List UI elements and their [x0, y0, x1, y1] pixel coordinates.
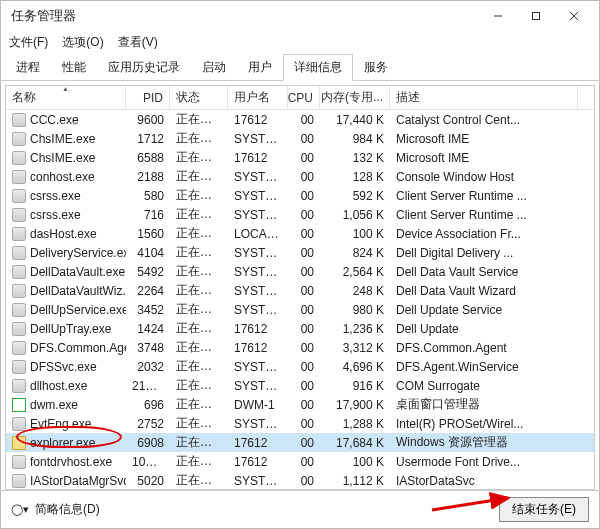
cell-desc: Catalyst Control Cent...: [390, 113, 594, 127]
cell-desc: Dell Digital Delivery ...: [390, 246, 594, 260]
tab-users[interactable]: 用户: [237, 54, 283, 81]
cell-name: dwm.exe: [6, 398, 126, 412]
table-body[interactable]: CCC.exe9600正在运行176120017,440 KCatalyst C…: [6, 110, 594, 489]
cell-desc: Dell Data Vault Service: [390, 265, 594, 279]
table-row[interactable]: dwm.exe696正在运行DWM-10017,900 K桌面窗口管理器: [6, 395, 594, 414]
tab-processes[interactable]: 进程: [5, 54, 51, 81]
cell-desc: COM Surrogate: [390, 379, 594, 393]
cell-name: explorer.exe: [6, 436, 126, 450]
table-row[interactable]: dasHost.exe1560正在运行LOCAL SE...00100 KDev…: [6, 224, 594, 243]
table-row[interactable]: DellUpService.exe3452正在运行SYSTEM00980 KDe…: [6, 300, 594, 319]
cell-status: 正在运行: [170, 320, 228, 337]
process-icon: [12, 379, 26, 393]
process-icon: [12, 417, 26, 431]
cell-status: 正在运行: [170, 206, 228, 223]
process-icon: [12, 303, 26, 317]
table-row[interactable]: DellUpTray.exe1424正在运行17612001,236 KDell…: [6, 319, 594, 338]
tab-app-history[interactable]: 应用历史记录: [97, 54, 191, 81]
column-pid[interactable]: PID: [126, 86, 170, 109]
process-name: ChsIME.exe: [30, 132, 95, 146]
table-row[interactable]: DFSSvc.exe2032正在运行SYSTEM004,696 KDFS.Age…: [6, 357, 594, 376]
cell-pid: 716: [126, 208, 170, 222]
table-row[interactable]: DFS.Common.Age...3748正在运行17612003,312 KD…: [6, 338, 594, 357]
cell-user: 17612: [228, 151, 288, 165]
cell-cpu: 00: [288, 151, 320, 165]
maximize-button[interactable]: [517, 2, 555, 30]
menu-file[interactable]: 文件(F): [9, 34, 48, 51]
cell-mem: 128 K: [320, 170, 390, 184]
tab-performance[interactable]: 性能: [51, 54, 97, 81]
process-icon: [12, 341, 26, 355]
cell-mem: 17,684 K: [320, 436, 390, 450]
table-row[interactable]: explorer.exe6908正在运行176120017,684 KWindo…: [6, 433, 594, 452]
process-name: explorer.exe: [30, 436, 95, 450]
cell-name: DellUpTray.exe: [6, 322, 126, 336]
cell-desc: Usermode Font Drive...: [390, 455, 594, 469]
menu-view[interactable]: 查看(V): [118, 34, 158, 51]
cell-cpu: 00: [288, 303, 320, 317]
table-header: 名称▲ PID 状态 用户名 CPU 内存(专用... 描述: [6, 86, 594, 110]
cell-pid: 2032: [126, 360, 170, 374]
cell-name: DFS.Common.Age...: [6, 341, 126, 355]
table-row[interactable]: DellDataVaultWiz.e...2264正在运行SYSTEM00248…: [6, 281, 594, 300]
task-manager-window: 任务管理器 文件(F) 选项(O) 查看(V) 进程 性能 应用历史记录 启动 …: [0, 0, 600, 529]
table-row[interactable]: csrss.exe580正在运行SYSTEM00592 KClient Serv…: [6, 186, 594, 205]
column-cpu[interactable]: CPU: [288, 86, 320, 109]
cell-user: SYSTEM: [228, 208, 288, 222]
table-row[interactable]: CCC.exe9600正在运行176120017,440 KCatalyst C…: [6, 110, 594, 129]
cell-cpu: 00: [288, 455, 320, 469]
cell-name: DFSSvc.exe: [6, 360, 126, 374]
column-user[interactable]: 用户名: [228, 86, 288, 109]
close-button[interactable]: [555, 2, 593, 30]
cell-mem: 592 K: [320, 189, 390, 203]
cell-cpu: 00: [288, 322, 320, 336]
cell-cpu: 00: [288, 474, 320, 488]
cell-name: DellDataVault.exe: [6, 265, 126, 279]
table-row[interactable]: DeliveryService.exe4104正在运行SYSTEM00824 K…: [6, 243, 594, 262]
table-row[interactable]: dllhost.exe21556正在运行SYSTEM00916 KCOM Sur…: [6, 376, 594, 395]
menu-options[interactable]: 选项(O): [62, 34, 103, 51]
cell-desc: Windows 资源管理器: [390, 434, 594, 451]
cell-user: 17612: [228, 113, 288, 127]
table-row[interactable]: ChsIME.exe1712正在运行SYSTEM00984 KMicrosoft…: [6, 129, 594, 148]
cell-user: SYSTEM: [228, 360, 288, 374]
process-icon: [12, 189, 26, 203]
column-status[interactable]: 状态: [170, 86, 228, 109]
minimize-button[interactable]: [479, 2, 517, 30]
end-task-button[interactable]: 结束任务(E): [499, 497, 589, 522]
table-row[interactable]: EvtEng.exe2752正在运行SYSTEM001,288 KIntel(R…: [6, 414, 594, 433]
cell-desc: Dell Update: [390, 322, 594, 336]
cell-cpu: 00: [288, 379, 320, 393]
tab-startup[interactable]: 启动: [191, 54, 237, 81]
cell-status: 正在运行: [170, 244, 228, 261]
cell-user: 17612: [228, 322, 288, 336]
process-name: DellDataVault.exe: [30, 265, 125, 279]
cell-pid: 2752: [126, 417, 170, 431]
table-row[interactable]: fontdrvhost.exe10312正在运行1761200100 KUser…: [6, 452, 594, 471]
table-row[interactable]: DellDataVault.exe5492正在运行SYSTEM002,564 K…: [6, 262, 594, 281]
table-row[interactable]: ChsIME.exe6588正在运行1761200132 KMicrosoft …: [6, 148, 594, 167]
column-memory[interactable]: 内存(专用...: [320, 86, 390, 109]
column-name[interactable]: 名称▲: [6, 86, 126, 109]
cell-user: SYSTEM: [228, 303, 288, 317]
table-row[interactable]: conhost.exe2188正在运行SYSTEM00128 KConsole …: [6, 167, 594, 186]
cell-cpu: 00: [288, 246, 320, 260]
cell-pid: 4104: [126, 246, 170, 260]
table-row[interactable]: csrss.exe716正在运行SYSTEM001,056 KClient Se…: [6, 205, 594, 224]
svg-rect-1: [533, 13, 540, 20]
cell-desc: DFS.Agent.WinService: [390, 360, 594, 374]
fewer-details-toggle[interactable]: ◯▾ 简略信息(D): [11, 501, 100, 518]
tab-details[interactable]: 详细信息: [283, 54, 353, 81]
process-icon: [12, 398, 26, 412]
process-name: DeliveryService.exe: [30, 246, 126, 260]
cell-status: 正在运行: [170, 396, 228, 413]
column-desc[interactable]: 描述: [390, 86, 578, 109]
tab-services[interactable]: 服务: [353, 54, 399, 81]
cell-status: 正在运行: [170, 415, 228, 432]
process-icon: [12, 322, 26, 336]
process-name: conhost.exe: [30, 170, 95, 184]
process-name: csrss.exe: [30, 208, 81, 222]
process-icon: [12, 227, 26, 241]
table-row[interactable]: IAStorDataMgrSvc....5020正在运行SYSTEM001,11…: [6, 471, 594, 489]
cell-mem: 3,312 K: [320, 341, 390, 355]
